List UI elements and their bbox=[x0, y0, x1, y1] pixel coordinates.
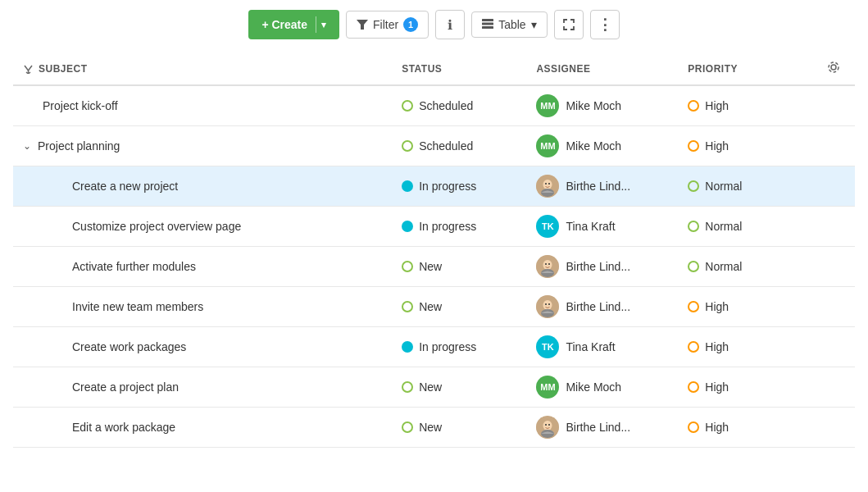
priority-cell: High bbox=[678, 327, 812, 367]
priority-label: High bbox=[705, 300, 729, 313]
subject-cell: Invite new team members bbox=[13, 287, 392, 327]
status-value: Scheduled bbox=[402, 139, 516, 153]
priority-value: Normal bbox=[688, 180, 802, 193]
table-row[interactable]: Create a new project In progress Birthe … bbox=[13, 166, 855, 207]
info-button[interactable]: ℹ bbox=[435, 10, 465, 39]
row-settings-cell bbox=[813, 408, 855, 448]
priority-value: Normal bbox=[688, 220, 802, 233]
svg-point-8 bbox=[545, 183, 547, 184]
status-label: New bbox=[419, 380, 442, 394]
svg-point-24 bbox=[548, 424, 550, 426]
priority-dot bbox=[688, 140, 699, 152]
assignee-value: MM Mike Moch bbox=[536, 134, 668, 157]
priority-label: Normal bbox=[705, 220, 742, 233]
assignee-name: Birthe Lind... bbox=[566, 421, 630, 434]
assignee-cell: MM Mike Moch bbox=[526, 126, 678, 166]
subject-column-header[interactable]: Subject bbox=[13, 52, 392, 85]
row-settings-cell bbox=[813, 126, 855, 166]
status-value: New bbox=[402, 260, 516, 273]
svg-rect-1 bbox=[482, 19, 493, 21]
svg-point-14 bbox=[548, 263, 550, 265]
status-label: New bbox=[419, 421, 442, 434]
more-icon: ⋮ bbox=[598, 16, 612, 34]
assignee-name: Birthe Lind... bbox=[566, 260, 630, 273]
status-column-header[interactable]: Status bbox=[392, 52, 526, 85]
work-packages-table: Subject Status Assignee Priority Projec bbox=[0, 52, 868, 448]
subject-label: Invite new team members bbox=[72, 300, 203, 313]
subject-text: Invite new team members bbox=[52, 300, 382, 313]
priority-label: High bbox=[705, 99, 729, 112]
status-cell: In progress bbox=[392, 207, 526, 247]
table-row[interactable]: Project kick-off Scheduled MM Mike Moch … bbox=[13, 85, 855, 126]
status-dot bbox=[402, 381, 413, 393]
subject-label: Activate further modules bbox=[72, 260, 196, 273]
subject-label: Project kick-off bbox=[43, 99, 118, 112]
priority-label: High bbox=[705, 380, 729, 394]
status-cell: Scheduled bbox=[392, 126, 526, 166]
assignee-column-header[interactable]: Assignee bbox=[526, 52, 678, 85]
priority-value: High bbox=[688, 300, 802, 313]
svg-point-13 bbox=[545, 263, 547, 265]
subject-text: Project kick-off bbox=[23, 99, 382, 112]
subject-label: Edit a work package bbox=[72, 421, 175, 434]
table-row[interactable]: Create work packages In progress TK Tina… bbox=[13, 327, 855, 367]
status-cell: New bbox=[392, 287, 526, 327]
column-settings[interactable] bbox=[813, 52, 855, 85]
assignee-name: Mike Moch bbox=[566, 139, 621, 153]
priority-label: High bbox=[705, 421, 729, 434]
table-row[interactable]: Create a project plan New MM Mike Moch H… bbox=[13, 367, 855, 408]
row-expand-chevron[interactable]: ⌄ bbox=[23, 140, 31, 152]
toolbar: + Create ▾ Filter 1 ℹ Table ▾ ⋮ bbox=[0, 0, 868, 52]
table-row[interactable]: ⌄ Project planning Scheduled MM Mike Moc… bbox=[13, 126, 855, 166]
subject-cell: Customize project overview page bbox=[13, 207, 392, 247]
status-value: New bbox=[402, 421, 516, 434]
priority-cell: High bbox=[678, 287, 812, 327]
table-label: Table bbox=[498, 18, 525, 31]
svg-point-23 bbox=[545, 424, 547, 426]
status-cell: New bbox=[392, 247, 526, 287]
subject-text: ⌄ Project planning bbox=[23, 139, 382, 153]
avatar: TK bbox=[536, 215, 559, 238]
status-cell: New bbox=[392, 367, 526, 408]
subject-text: Create a new project bbox=[52, 180, 382, 193]
subject-text: Edit a work package bbox=[52, 421, 382, 434]
table-row[interactable]: Edit a work package New Birthe Lind... bbox=[13, 408, 855, 448]
expand-icon bbox=[562, 18, 575, 31]
assignee-cell: Birthe Lind... bbox=[526, 247, 678, 287]
more-options-button[interactable]: ⋮ bbox=[590, 10, 620, 39]
subject-cell: Project kick-off bbox=[13, 85, 392, 126]
assignee-name: Birthe Lind... bbox=[566, 300, 630, 313]
priority-cell: Normal bbox=[678, 207, 812, 247]
table-view-button[interactable]: Table ▾ bbox=[471, 11, 547, 38]
assignee-value: Birthe Lind... bbox=[536, 416, 668, 439]
subject-text: Create a project plan bbox=[52, 380, 382, 394]
create-label: + Create bbox=[261, 18, 307, 31]
info-icon: ℹ bbox=[448, 17, 452, 33]
status-label: In progress bbox=[419, 220, 476, 233]
row-settings-cell bbox=[813, 367, 855, 408]
assignee-value: Birthe Lind... bbox=[536, 295, 668, 318]
priority-cell: Normal bbox=[678, 247, 812, 287]
assignee-value: TK Tina Kraft bbox=[536, 335, 668, 358]
svg-point-12 bbox=[543, 260, 552, 270]
priority-cell: Normal bbox=[678, 166, 812, 207]
create-chevron: ▾ bbox=[321, 20, 326, 30]
status-label: In progress bbox=[419, 180, 476, 193]
svg-point-7 bbox=[543, 180, 552, 189]
svg-point-17 bbox=[543, 300, 552, 310]
row-settings-cell bbox=[813, 247, 855, 287]
priority-column-header[interactable]: Priority bbox=[678, 52, 812, 85]
table-row[interactable]: Customize project overview page In progr… bbox=[13, 207, 855, 247]
status-cell: Scheduled bbox=[392, 85, 526, 126]
status-label: In progress bbox=[419, 340, 476, 353]
create-button[interactable]: + Create ▾ bbox=[248, 10, 339, 39]
row-settings-cell bbox=[813, 327, 855, 367]
table-row[interactable]: Invite new team members New Birthe Lind.… bbox=[13, 287, 855, 327]
svg-point-22 bbox=[543, 421, 552, 430]
filter-button[interactable]: Filter 1 bbox=[346, 11, 429, 39]
priority-cell: High bbox=[678, 126, 812, 166]
priority-dot bbox=[688, 221, 699, 232]
assignee-cell: MM Mike Moch bbox=[526, 367, 678, 408]
table-row[interactable]: Activate further modules New Birthe Lind… bbox=[13, 247, 855, 287]
expand-button[interactable] bbox=[554, 10, 584, 39]
